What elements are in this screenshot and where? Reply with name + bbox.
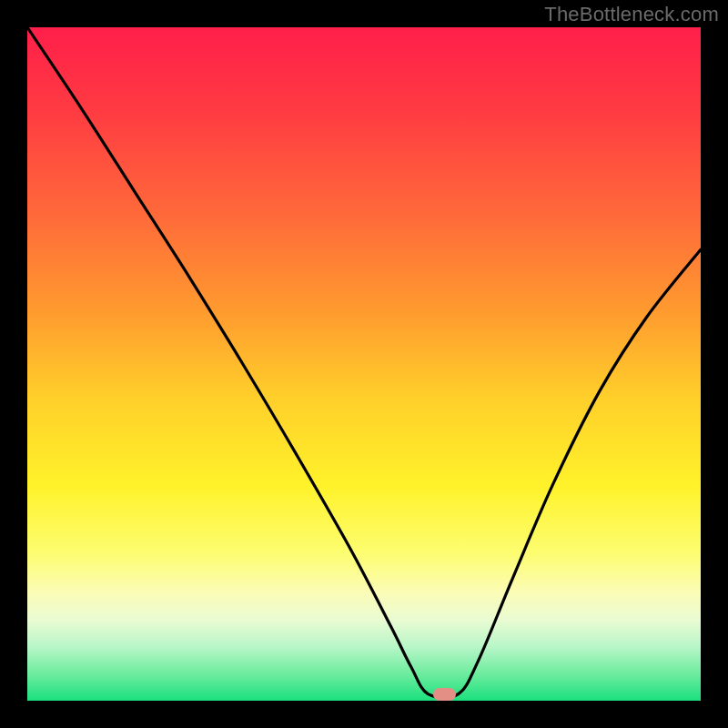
plot-area [27, 27, 701, 701]
bottleneck-curve [27, 27, 701, 701]
chart-frame: TheBottleneck.com [0, 0, 728, 728]
optimum-marker [433, 688, 456, 701]
watermark-text: TheBottleneck.com [544, 3, 719, 26]
